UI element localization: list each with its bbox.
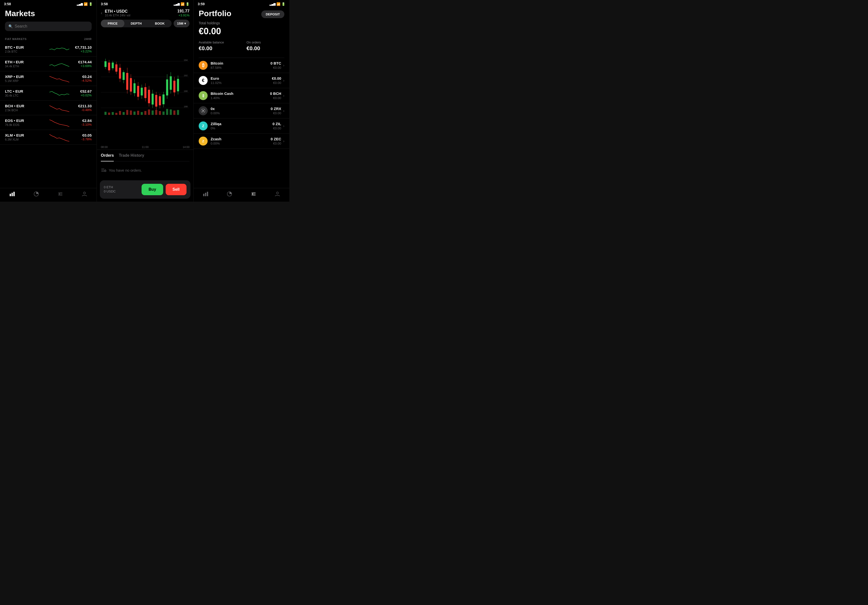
tab-orders[interactable]: Orders [101,153,114,161]
buy-button[interactable]: Buy [141,184,163,195]
available-balance-label: Available balance [199,40,237,44]
svg-rect-50 [163,95,164,104]
svg-rect-69 [141,112,143,115]
bch-eur: €0.00 [270,96,281,100]
svg-rect-56 [174,81,175,92]
svg-rect-66 [130,110,132,115]
chart-header: ‹ ETH • USDC 10.4k ETH 24hr vol 191.77 +… [97,7,194,20]
svg-rect-64 [123,112,125,115]
total-holdings-label: Total holdings [199,21,284,25]
svg-rect-76 [166,109,168,115]
svg-rect-65 [126,110,128,115]
svg-rect-70 [144,111,146,115]
asset-item-bch[interactable]: ₿ Bitcoin Cash 1.40% 0 BCH €0.00 › [194,88,289,103]
markets-title: Markets [5,9,91,18]
asset-item-zil[interactable]: Z Zilliqa 0% 0 ZIL €0.00 › [194,118,289,133]
zec-name: Zcash [211,137,271,141]
market-price-btc: €7,731.10 +3.22% [69,45,91,53]
btc-value: 0 BTC €0.00 [270,61,281,70]
market-item-xrp[interactable]: XRP • EUR 5.1M XRP €0.24 -4.52% [0,71,97,86]
asset-item-eur[interactable]: € Euro 11.02% €0.00 €0.00 › [194,73,289,88]
tab-trade-history[interactable]: Trade History [119,153,144,159]
sell-button[interactable]: Sell [166,184,186,195]
nav-markets-icon-3[interactable] [203,191,208,197]
svg-rect-62 [115,113,117,115]
market-item-btc[interactable]: BTC • EUR 2.0k BTC €7,731.10 +3.22% [0,42,97,57]
market-price-xlm: €0.05 -3.78% [69,133,91,141]
asset-list: ₿ Bitcoin 87.58% 0 BTC €0.00 › € Euro 11… [194,58,289,188]
asset-item-zec[interactable]: Z Zcash 0.00% 0 ZEC €0.00 › [194,133,289,149]
zrx-value: 0 ZRX €0.00 [271,107,281,115]
orders-section: Orders Trade History You have no orders. [97,149,194,178]
svg-rect-72 [152,110,153,115]
market-item-ltc[interactable]: LTC • EUR 30.4k LTC €52.67 +0.02% [0,86,97,101]
zil-info: Zilliqa 0% [211,122,273,130]
zec-eur: €0.00 [271,141,281,145]
market-item-left-eos: EOS • EUR 76.9k EOS [5,118,50,127]
bch-pct: 1.40% [211,96,270,100]
zrx-amount: 0 ZRX [271,107,281,111]
svg-rect-77 [170,110,172,115]
bch-info: Bitcoin Cash 1.40% [211,92,270,100]
nav-account-icon-3[interactable] [275,191,280,197]
svg-rect-28 [123,72,125,80]
nav-orders-icon-3[interactable] [251,191,256,197]
timeframe-button[interactable]: 15M ▾ [174,20,189,27]
back-button[interactable]: ‹ [101,11,102,16]
asset-item-btc[interactable]: ₿ Bitcoin 87.58% 0 BTC €0.00 › [194,58,289,73]
tab-price[interactable]: PRICE [101,20,124,27]
bch-chevron: › [283,94,284,98]
market-item-bch[interactable]: BCH • EUR 2.5k BCH €211.33 -0.48% [0,101,97,115]
svg-rect-2 [13,192,15,196]
trade-balances: 0 ETH 0 USDC [104,185,116,194]
market-pair-bch: BCH • EUR [5,104,50,108]
status-time-1: 3:58 [4,2,11,6]
asset-item-zrx[interactable]: 0x 0.00% 0 ZRX €0.00 › [194,103,289,118]
market-vol-eth: 34.4k ETH [5,65,50,68]
battery-icon-2: 🔋 [186,2,189,6]
portfolio-panel: 3:59 ▂▄▆ 📶 🔋 Portfolio DEPOSIT Total hol… [194,0,289,202]
market-item-xlm[interactable]: XLM • EUR 6.3M XLM €0.05 -3.78% [0,130,97,144]
orders-tabs: Orders Trade History [101,153,189,161]
zil-pct: 0% [211,126,273,130]
no-orders-message: You have no orders. [101,164,189,176]
svg-rect-36 [137,86,139,97]
deposit-button[interactable]: DEPOSIT [261,11,284,18]
market-price-ltc: €52.67 +0.02% [69,89,91,97]
tab-depth[interactable]: DEPTH [124,20,148,27]
svg-rect-48 [159,96,161,105]
eur-chevron: › [283,79,284,82]
search-bar[interactable]: 🔍 [5,22,91,31]
status-time-2: 3:58 [101,2,108,6]
portfolio-sub-row: Available balance €0.00 On orders €0.00 [199,40,284,52]
market-vol-btc: 2.0k BTC [5,50,50,53]
chart-panel: 3:58 ▂▄▆ 📶 🔋 ‹ ETH • USDC 10.4k ETH 24hr… [97,0,194,202]
market-item-eth[interactable]: ETH • EUR 34.4k ETH €174.44 +3.69% [0,57,97,71]
battery-icon-3: 🔋 [281,2,285,6]
svg-rect-18 [105,61,107,67]
nav-markets-icon[interactable] [9,191,15,197]
svg-rect-63 [119,111,121,115]
section-label: FIAT MARKETS [5,37,26,40]
search-input[interactable] [15,24,88,29]
svg-rect-54 [170,76,172,90]
chart-header-price: 191.77 +3.91% [177,9,189,17]
nav-orders-icon[interactable] [57,191,63,197]
market-price-eth: €174.44 +3.69% [69,60,91,68]
zrx-pct: 0.00% [211,111,271,115]
signal-icon-3: ▂▄▆ [270,3,276,6]
sparkline-xlm [50,132,69,142]
no-orders-icon [101,168,106,172]
market-pair-eth: ETH • EUR [5,60,50,64]
tab-book[interactable]: BOOK [148,20,172,27]
zec-amount: 0 ZEC [271,137,281,141]
nav-account-icon[interactable] [82,191,87,197]
portfolio-summary: Total holdings €0.00 Available balance €… [194,21,289,57]
btc-pct: 87.58% [211,66,270,70]
market-pair-xrp: XRP • EUR [5,74,50,79]
nav-portfolio-pie-icon[interactable] [34,191,39,197]
nav-portfolio-icon-3[interactable] [227,191,232,197]
svg-rect-26 [119,68,121,79]
market-item-eos[interactable]: EOS • EUR 76.9k EOS €2.84 -3.10% [0,115,97,130]
eur-amount: €0.00 [272,76,281,81]
